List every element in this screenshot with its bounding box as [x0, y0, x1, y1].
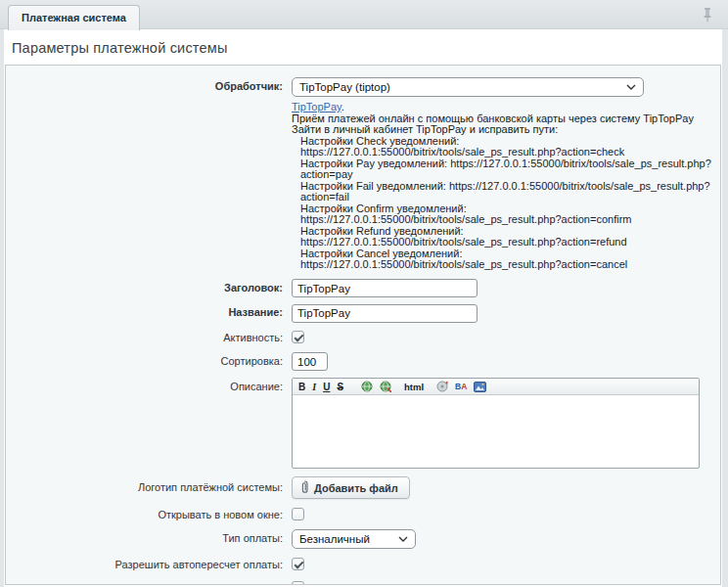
- html-mode-button[interactable]: html: [404, 380, 424, 394]
- new-window-checkbox[interactable]: [292, 508, 304, 520]
- sort-input[interactable]: [292, 352, 328, 371]
- chevron-down-icon: [398, 536, 408, 542]
- tab-payment-system[interactable]: Платежная система: [8, 5, 140, 30]
- print-checks-label: Разрешить печать чеков:: [6, 579, 292, 585]
- tab-bar: Платежная система: [0, 0, 728, 29]
- auto-recalc-checkbox[interactable]: [292, 558, 304, 570]
- description-editor: B I U S html: [292, 378, 700, 469]
- translit-icon[interactable]: BA: [455, 380, 467, 394]
- remove-link-icon[interactable]: [380, 381, 391, 392]
- editor-toolbar: B I U S html: [293, 379, 699, 395]
- pin-icon[interactable]: [701, 7, 714, 23]
- description-label: Описание:: [6, 378, 292, 393]
- notification-url-fail: Настройки Fail уведомлений: https://127.…: [292, 181, 720, 203]
- add-file-button[interactable]: Добавить файл: [292, 476, 410, 499]
- tiptoppay-link[interactable]: TipTopPay: [292, 101, 341, 113]
- payment-system-form: Обработчик: TipTopPay (tiptop) TipTopPay…: [5, 65, 721, 585]
- video-icon[interactable]: [436, 381, 448, 392]
- handler-select-value: TipTopPay (tiptop): [299, 81, 390, 93]
- italic-icon[interactable]: I: [312, 380, 316, 394]
- logo-label: Логотип платёжной системы:: [6, 476, 292, 494]
- active-label: Активность:: [6, 329, 292, 344]
- print-checks-checkbox[interactable]: [292, 581, 304, 585]
- auto-recalc-label: Разрешить автопересчет оплаты:: [6, 556, 292, 571]
- bold-icon[interactable]: B: [298, 380, 305, 394]
- insert-link-icon[interactable]: [361, 381, 373, 392]
- insert-image-icon[interactable]: [474, 382, 486, 392]
- notification-url-check: Настройки Check уведомлений: https://127…: [292, 136, 720, 158]
- page-title: Параметры платежной системы: [12, 40, 714, 56]
- add-file-label: Добавить файл: [314, 482, 398, 494]
- name-label: Название:: [6, 303, 292, 319]
- title-input[interactable]: [292, 279, 478, 297]
- tab-label: Платежная система: [22, 12, 126, 23]
- handler-description: TipTopPay. Приём платежей онлайн с помощ…: [292, 102, 720, 271]
- notification-url-refund: Настройки Refund уведомлений: https://12…: [292, 226, 720, 248]
- pay-type-value: Безналичный: [299, 533, 370, 545]
- notification-url-pay: Настройки Pay уведомлений: https://127.0…: [292, 158, 720, 181]
- name-input[interactable]: [292, 304, 478, 323]
- handler-select[interactable]: TipTopPay (tiptop): [292, 77, 644, 97]
- notification-url-confirm: Настройки Confirm уведомлений: https://1…: [292, 203, 720, 226]
- handler-desc-line2: Зайти в личный кабинет TipTopPay и испра…: [292, 124, 720, 136]
- new-window-label: Открывать в новом окне:: [6, 506, 292, 521]
- handler-label: Обработчик:: [6, 77, 292, 93]
- description-textarea[interactable]: [293, 395, 699, 468]
- pay-type-select[interactable]: Безналичный: [292, 529, 416, 549]
- content-area: Параметры платежной системы Обработчик: …: [4, 29, 722, 587]
- pay-type-label: Тип оплаты:: [6, 529, 292, 545]
- link-suffix: .: [341, 101, 344, 113]
- strikethrough-icon[interactable]: S: [337, 380, 343, 394]
- paperclip-icon: [300, 480, 309, 496]
- sort-label: Сортировка:: [6, 352, 292, 368]
- underline-icon[interactable]: U: [323, 380, 330, 394]
- notification-url-cancel: Настройки Cancel уведомлений: https://12…: [292, 248, 720, 271]
- chevron-down-icon: [626, 84, 636, 90]
- title-label: Заголовок:: [6, 279, 292, 294]
- active-checkbox[interactable]: [292, 331, 304, 343]
